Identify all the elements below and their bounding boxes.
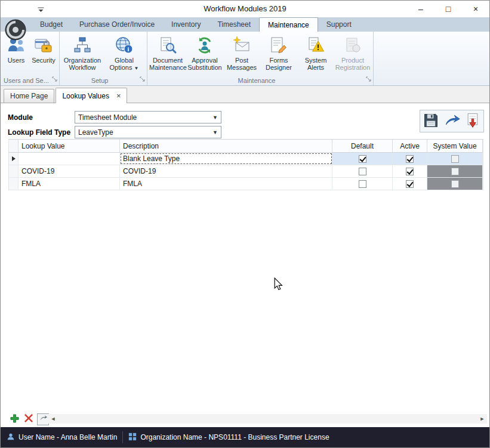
ribbon: Users Security Users and Se... Organizat… bbox=[1, 32, 489, 86]
system-value-checkbox bbox=[451, 180, 459, 188]
status-user: User Name - Anna Belle Martin bbox=[7, 432, 117, 443]
scroll-left-arrow-icon[interactable]: ◄ bbox=[48, 414, 58, 424]
active-cell[interactable] bbox=[393, 178, 427, 190]
active-cell[interactable] bbox=[393, 153, 427, 165]
scroll-right-arrow-icon[interactable]: ► bbox=[477, 414, 487, 424]
default-cell[interactable] bbox=[332, 165, 393, 177]
status-organization: Organization Name - NPS01111 - Business … bbox=[128, 432, 329, 443]
export-button[interactable] bbox=[463, 112, 482, 131]
ribbon-tab-maintenance[interactable]: Maintenance bbox=[259, 17, 318, 32]
ribbon-item-organization-workflow[interactable]: Organization Workflow bbox=[61, 33, 103, 76]
grid-header-row: Lookup Value Description Default Active … bbox=[9, 140, 483, 153]
column-header-system-value[interactable]: System Value bbox=[427, 140, 483, 152]
ribbon-group-label: Maintenance bbox=[149, 76, 365, 85]
ribbon-item-approval-substitution[interactable]: Approval Substitution bbox=[186, 33, 223, 76]
ribbon-tab-support[interactable]: Support bbox=[318, 17, 360, 32]
module-select[interactable]: Timesheet Module ▼ bbox=[75, 111, 221, 123]
row-indicator bbox=[9, 165, 19, 177]
ribbon-group-maintenance: Document Maintenance Approval Substituti… bbox=[147, 32, 374, 85]
envelope-star-icon bbox=[223, 35, 260, 56]
org-chart-icon bbox=[61, 35, 103, 56]
lookup-value-cell[interactable]: FMLA bbox=[19, 178, 120, 190]
active-checkbox[interactable] bbox=[406, 180, 414, 188]
ribbon-group-setup: Organization Workflow i Global Options ▼… bbox=[60, 32, 147, 85]
default-cell[interactable] bbox=[332, 178, 393, 190]
undo-button[interactable] bbox=[37, 413, 49, 425]
system-value-cell bbox=[427, 178, 483, 190]
security-lock-icon bbox=[30, 35, 57, 56]
ribbon-item-security[interactable]: Security bbox=[30, 33, 57, 76]
default-cell[interactable] bbox=[332, 153, 393, 165]
ribbon-item-forms-designer[interactable]: Forms Designer bbox=[260, 33, 297, 76]
dialog-launcher-icon[interactable] bbox=[52, 75, 57, 84]
dialog-launcher-icon[interactable] bbox=[140, 75, 145, 84]
minimize-button[interactable]: – bbox=[407, 1, 434, 17]
ribbon-item-post-messages[interactable]: Post Messages bbox=[223, 33, 260, 76]
green-plus-icon bbox=[10, 414, 19, 425]
table-row: Blank Leave Type bbox=[9, 153, 483, 165]
red-arrow-export-icon bbox=[464, 112, 481, 131]
ribbon-tab-inventory[interactable]: Inventory bbox=[163, 17, 209, 32]
ribbon-group-label: Setup bbox=[61, 76, 138, 85]
horizontal-scrollbar[interactable]: ◄ ► bbox=[48, 414, 487, 424]
save-button[interactable] bbox=[421, 112, 440, 131]
maximize-button[interactable]: □ bbox=[434, 1, 462, 17]
document-tab-strip: Home Page Lookup Values × bbox=[1, 86, 489, 103]
default-checkbox[interactable] bbox=[359, 155, 366, 163]
system-value-checkbox bbox=[451, 155, 459, 163]
dialog-launcher-icon[interactable] bbox=[366, 75, 371, 84]
column-header-active[interactable]: Active bbox=[393, 140, 427, 152]
lookup-values-panel: Module Timesheet Module ▼ Lookup Field T… bbox=[1, 103, 489, 427]
dropdown-arrow-icon: ▼ bbox=[134, 66, 139, 71]
preview-button[interactable] bbox=[442, 112, 461, 131]
lookup-value-cell[interactable] bbox=[19, 153, 120, 165]
tab-home-page[interactable]: Home Page bbox=[4, 89, 54, 103]
close-tab-icon[interactable]: × bbox=[116, 92, 121, 100]
tab-lookup-values[interactable]: Lookup Values × bbox=[56, 88, 127, 103]
blue-swoosh-icon bbox=[443, 112, 460, 131]
status-bar: User Name - Anna Belle Martin Organizati… bbox=[1, 427, 489, 447]
description-cell[interactable]: Blank Leave Type bbox=[120, 153, 332, 165]
column-header-lookup-value[interactable]: Lookup Value bbox=[19, 140, 120, 152]
chevron-down-icon: ▼ bbox=[211, 115, 220, 121]
document-search-icon bbox=[149, 35, 186, 56]
default-checkbox[interactable] bbox=[359, 168, 366, 175]
globe-icon: i bbox=[103, 35, 145, 56]
ribbon-item-global-options[interactable]: i Global Options ▼ bbox=[103, 33, 145, 76]
svg-text:i: i bbox=[128, 46, 130, 52]
default-checkbox[interactable] bbox=[359, 180, 366, 188]
action-toolbar bbox=[420, 110, 484, 132]
ribbon-group-label: Users and Se... bbox=[2, 76, 51, 85]
module-label: Module bbox=[8, 113, 75, 122]
ribbon-item-document-maintenance[interactable]: Document Maintenance bbox=[149, 33, 186, 76]
user-icon bbox=[7, 432, 15, 443]
column-header-default[interactable]: Default bbox=[332, 140, 393, 152]
table-row: FMLA FMLA bbox=[9, 178, 483, 190]
add-row-button[interactable] bbox=[8, 413, 20, 425]
description-cell[interactable]: FMLA bbox=[120, 178, 332, 190]
app-logo-icon[interactable] bbox=[4, 18, 27, 43]
ribbon-tab-purchase-order-invoice[interactable]: Purchase Order/Invoice bbox=[71, 17, 163, 32]
undo-arrow-icon bbox=[39, 414, 47, 424]
delete-row-button[interactable] bbox=[23, 413, 35, 425]
description-cell[interactable]: COVID-19 bbox=[120, 165, 332, 177]
lookup-field-type-select[interactable]: LeaveType ▼ bbox=[75, 126, 221, 138]
ribbon-tab-budget[interactable]: Budget bbox=[32, 17, 71, 32]
ribbon-tab-timesheet[interactable]: Timesheet bbox=[209, 17, 259, 32]
approval-cycle-icon bbox=[186, 35, 223, 56]
lookup-value-cell[interactable]: COVID-19 bbox=[19, 165, 120, 177]
system-value-cell bbox=[427, 153, 483, 165]
ribbon-item-system-alerts[interactable]: System Alerts bbox=[297, 33, 334, 76]
system-value-cell bbox=[427, 165, 483, 177]
status-separator bbox=[122, 431, 123, 443]
active-checkbox[interactable] bbox=[406, 155, 414, 163]
column-header-description[interactable]: Description bbox=[120, 140, 332, 152]
chevron-down-icon: ▼ bbox=[211, 129, 220, 135]
active-cell[interactable] bbox=[393, 165, 427, 177]
close-button[interactable]: × bbox=[462, 1, 489, 17]
floppy-disk-icon bbox=[423, 112, 439, 131]
lookup-field-type-label: Lookup Field Type bbox=[8, 128, 75, 137]
active-checkbox[interactable] bbox=[406, 168, 414, 175]
product-box-icon bbox=[334, 35, 371, 56]
row-indicator-header bbox=[9, 140, 19, 152]
